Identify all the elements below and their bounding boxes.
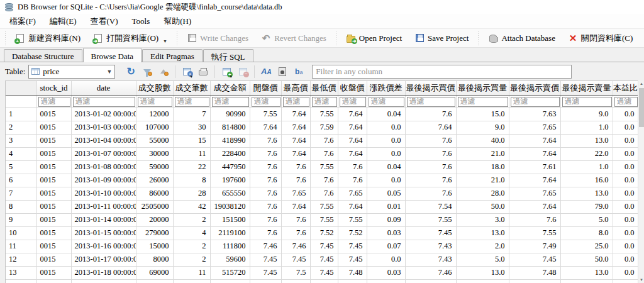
cell[interactable]: 0.0: [613, 266, 638, 279]
cell[interactable]: 0.0: [613, 174, 638, 187]
cell[interactable]: 0.0: [367, 253, 405, 266]
cell[interactable]: 15.0: [456, 108, 509, 121]
cell[interactable]: 7.6: [405, 174, 456, 187]
cell[interactable]: 0.01: [367, 200, 405, 213]
cell[interactable]: 7.48: [509, 266, 560, 279]
cell[interactable]: 111800: [210, 240, 250, 253]
tab-edit-pragmas[interactable]: Edit Pragmas: [142, 49, 203, 62]
cell[interactable]: 30000: [136, 147, 173, 160]
cell[interactable]: 0015: [36, 187, 71, 200]
cell[interactable]: 7.6: [310, 134, 338, 147]
refresh-button[interactable]: ↻: [123, 64, 138, 79]
cell[interactable]: 59600: [210, 253, 250, 266]
row-number[interactable]: 1: [6, 108, 36, 121]
cell[interactable]: 7.6: [250, 200, 281, 213]
cell[interactable]: 7.6: [250, 213, 281, 226]
cell[interactable]: 9.0: [456, 121, 509, 134]
cell[interactable]: 86000: [136, 187, 173, 200]
cell[interactable]: 0015: [36, 174, 71, 187]
cell[interactable]: 0.0: [613, 253, 638, 266]
cell[interactable]: 7.55: [405, 213, 456, 226]
cell[interactable]: 7.45: [310, 253, 338, 266]
cell[interactable]: 7.45: [310, 240, 338, 253]
cell[interactable]: 0.03: [367, 226, 405, 240]
cell[interactable]: 197600: [210, 174, 250, 187]
column-header[interactable]: 成交金額: [210, 81, 250, 95]
cell[interactable]: 515720: [210, 266, 250, 279]
cell[interactable]: 13.0: [560, 134, 613, 147]
cell[interactable]: 279000: [136, 226, 173, 240]
column-filter-input[interactable]: [407, 97, 455, 107]
cell[interactable]: 5.0: [560, 213, 613, 226]
cell[interactable]: 655550: [210, 187, 250, 200]
cell[interactable]: 7.64: [509, 147, 560, 160]
menu-file[interactable]: 檔案(F): [3, 14, 43, 28]
cell[interactable]: 7: [173, 108, 210, 121]
row-number[interactable]: 3: [6, 134, 36, 147]
cell[interactable]: 50.0: [456, 200, 509, 213]
cell[interactable]: 0.0: [367, 174, 405, 187]
cell[interactable]: 7.6: [405, 160, 456, 174]
cell[interactable]: 7.54: [405, 200, 456, 213]
column-header[interactable]: 本益比: [613, 81, 638, 95]
cell[interactable]: 0.0: [613, 213, 638, 226]
cell[interactable]: 13.0: [456, 226, 509, 240]
cell[interactable]: 0.0: [613, 134, 638, 147]
cell[interactable]: 7.55: [338, 213, 367, 226]
cell[interactable]: 7.45: [250, 253, 281, 266]
cell[interactable]: 447950: [210, 160, 250, 174]
cell[interactable]: 7.64: [338, 108, 367, 121]
column-header[interactable]: 最後揭示買量: [456, 81, 509, 95]
cell[interactable]: 7.6: [250, 226, 281, 240]
row-number[interactable]: 12: [6, 253, 36, 266]
cell[interactable]: 7.6: [250, 187, 281, 200]
row-number[interactable]: 10: [6, 226, 36, 240]
cell[interactable]: 0.07: [367, 240, 405, 253]
cell[interactable]: 7.43: [405, 240, 456, 253]
cell[interactable]: 1.0: [560, 160, 613, 174]
cell[interactable]: 7.45: [405, 226, 456, 240]
cell[interactable]: 7.55: [250, 108, 281, 121]
scroll-up-icon[interactable]: ▲: [638, 80, 644, 87]
cell[interactable]: 7.6: [310, 147, 338, 160]
cell[interactable]: 0.0: [613, 108, 638, 121]
cell[interactable]: 26000: [136, 174, 173, 187]
cell[interactable]: 7.6: [338, 160, 367, 174]
row-number[interactable]: 8: [6, 200, 36, 213]
cell[interactable]: 7.45: [281, 253, 310, 266]
cell[interactable]: 7.64: [509, 174, 560, 187]
cell[interactable]: 22: [173, 160, 210, 174]
cell[interactable]: 0015: [36, 226, 71, 240]
cell[interactable]: 2013-01-07 00:00:00: [71, 147, 136, 160]
cell[interactable]: 12000: [136, 108, 173, 121]
cell[interactable]: 418990: [210, 134, 250, 147]
cell[interactable]: 22.0: [560, 147, 613, 160]
cell[interactable]: 7.64: [250, 121, 281, 134]
cell[interactable]: 2505000: [136, 200, 173, 213]
cell[interactable]: 0.0: [613, 121, 638, 134]
cell[interactable]: 7.64: [338, 134, 367, 147]
cell[interactable]: 0015: [36, 108, 71, 121]
cell[interactable]: 7.6: [250, 160, 281, 174]
cell[interactable]: 2013-01-08 00:00:00: [71, 160, 136, 174]
cell[interactable]: 8: [173, 174, 210, 187]
cell[interactable]: 7.64: [509, 134, 560, 147]
cell[interactable]: 7.65: [509, 121, 560, 134]
vertical-scrollbar[interactable]: ▲ ▼: [638, 80, 644, 283]
column-header[interactable]: 成交筆數: [173, 81, 210, 95]
cell[interactable]: 0015: [36, 213, 71, 226]
cell[interactable]: 7.64: [509, 200, 560, 213]
text-format-button[interactable]: AA: [258, 64, 274, 79]
menu-tools[interactable]: Tools: [125, 15, 157, 28]
cell[interactable]: 107000: [136, 121, 173, 134]
cell[interactable]: 0.0: [613, 160, 638, 174]
cell[interactable]: 7.65: [338, 187, 367, 200]
cell[interactable]: 7.6: [405, 187, 456, 200]
cell[interactable]: 7.65: [281, 187, 310, 200]
column-header[interactable]: 開盤價: [250, 81, 281, 95]
cell[interactable]: 0.0: [367, 147, 405, 160]
cell[interactable]: 20000: [136, 213, 173, 226]
table-select[interactable]: price ▼: [28, 65, 115, 79]
cell[interactable]: 0015: [36, 266, 71, 279]
cell[interactable]: 25.0: [560, 240, 613, 253]
